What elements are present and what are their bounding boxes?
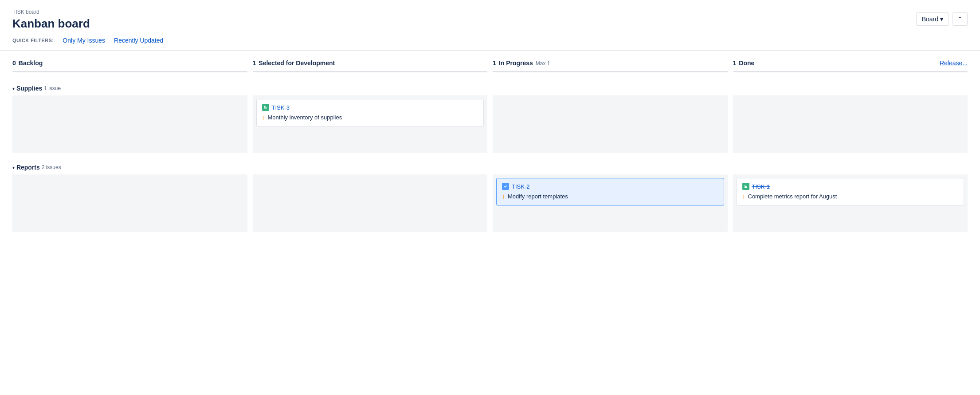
supplies-inprogress-cell xyxy=(493,95,733,153)
reports-backlog-area xyxy=(12,174,247,232)
selected-title: Selected for Development xyxy=(259,59,335,67)
priority-up-icon-2: ↑ xyxy=(502,193,505,200)
card-tisk-3-summary: Monthly inventory of supplies xyxy=(268,114,342,122)
supplies-backlog-cell xyxy=(12,95,253,153)
filter-only-my-issues[interactable]: Only My Issues xyxy=(63,37,105,44)
board-view-button[interactable]: Board ▾ xyxy=(916,12,949,26)
card-tisk-1-id[interactable]: TISK-1 xyxy=(752,183,770,190)
supplies-selected-area: TISK-3 ↑ Monthly inventory of supplies xyxy=(253,95,488,153)
filter-recently-updated[interactable]: Recently Updated xyxy=(114,37,163,44)
priority-up-icon-1: ↑ xyxy=(742,193,745,200)
swimlane-reports-count: 2 issues xyxy=(42,164,61,170)
in-progress-bar xyxy=(493,71,728,72)
board-subtitle: TISK board xyxy=(12,9,90,15)
card-tisk-2-id[interactable]: TISK-2 xyxy=(512,183,529,190)
column-headers: 0 Backlog 1 Selected for Development 1 I… xyxy=(0,52,980,69)
story-icon xyxy=(262,104,269,111)
column-header-in-progress: 1 In Progress Max 1 xyxy=(493,59,733,69)
reports-inprogress-cell: TISK-2 ↑ Modify report templates xyxy=(493,174,733,232)
release-link[interactable]: Release... xyxy=(940,59,968,67)
header-actions: Board ▾ ⌃ xyxy=(916,12,968,26)
done-title: Done xyxy=(739,59,754,67)
collapse-icon: ⌃ xyxy=(957,16,963,23)
selected-count: 1 xyxy=(253,59,256,67)
dropdown-icon: ▾ xyxy=(940,16,943,23)
collapse-button[interactable]: ⌃ xyxy=(953,12,968,26)
supplies-selected-cell: TISK-3 ↑ Monthly inventory of supplies xyxy=(253,95,493,153)
supplies-backlog-area xyxy=(12,95,247,153)
backlog-title: Backlog xyxy=(19,59,43,67)
reports-done-area: TISK-1 ↑ Complete metrics report for Aug… xyxy=(733,174,968,232)
backlog-count: 0 xyxy=(12,59,16,67)
in-progress-constraint: Max 1 xyxy=(536,60,550,67)
quick-filters-bar: QUICK FILTERS: Only My Issues Recently U… xyxy=(0,31,980,51)
reports-selected-area xyxy=(253,174,488,232)
reports-inprogress-area: TISK-2 ↑ Modify report templates xyxy=(493,174,728,232)
column-bars xyxy=(0,69,980,81)
supplies-inprogress-area xyxy=(493,95,728,153)
card-tisk-2-header: TISK-2 xyxy=(502,183,718,190)
swimlane-reports-name: Reports xyxy=(16,164,40,171)
reports-done-cell: TISK-1 ↑ Complete metrics report for Aug… xyxy=(733,174,968,232)
chevron-down-icon-reports: ▾ xyxy=(12,165,15,170)
task-icon xyxy=(502,183,509,190)
page-header: TISK board Kanban board Board ▾ ⌃ xyxy=(0,0,980,31)
story-icon-1 xyxy=(742,183,749,190)
reports-backlog-cell xyxy=(12,174,253,232)
header-left: TISK board Kanban board xyxy=(12,9,90,31)
supplies-done-cell xyxy=(733,95,968,153)
selected-bar xyxy=(253,71,488,72)
done-bar xyxy=(733,71,968,72)
in-progress-count: 1 xyxy=(493,59,496,67)
card-tisk-3[interactable]: TISK-3 ↑ Monthly inventory of supplies xyxy=(256,99,484,126)
priority-up-icon: ↑ xyxy=(262,114,265,121)
card-tisk-2[interactable]: TISK-2 ↑ Modify report templates xyxy=(496,178,724,205)
card-tisk-2-body: ↑ Modify report templates xyxy=(502,193,718,201)
column-header-done: 1 Done Release... xyxy=(733,59,968,69)
quick-filters-label: QUICK FILTERS: xyxy=(12,38,54,43)
card-tisk-1-body: ↑ Complete metrics report for August xyxy=(742,193,959,201)
swimlane-supplies-count: 1 issue xyxy=(44,85,61,91)
card-tisk-3-body: ↑ Monthly inventory of supplies xyxy=(262,114,478,122)
card-tisk-3-id[interactable]: TISK-3 xyxy=(272,104,290,111)
board-button-label: Board xyxy=(922,16,938,23)
card-tisk-1-header: TISK-1 xyxy=(742,183,959,190)
page-title: Kanban board xyxy=(12,17,90,31)
in-progress-title: In Progress xyxy=(499,59,533,67)
column-header-backlog: 0 Backlog xyxy=(12,59,253,69)
done-count: 1 xyxy=(733,59,737,67)
supplies-done-area xyxy=(733,95,968,153)
card-tisk-1[interactable]: TISK-1 ↑ Complete metrics report for Aug… xyxy=(737,178,964,205)
swimlane-supplies-row: TISK-3 ↑ Monthly inventory of supplies xyxy=(0,95,980,153)
swimlane-reports-row: TISK-2 ↑ Modify report templates TISK-1 xyxy=(0,174,980,232)
chevron-down-icon: ▾ xyxy=(12,86,15,91)
swimlane-header-supplies[interactable]: ▾ Supplies 1 issue xyxy=(0,81,980,95)
swimlane-header-reports[interactable]: ▾ Reports 2 issues xyxy=(0,160,980,174)
card-tisk-1-summary: Complete metrics report for August xyxy=(748,193,837,201)
column-header-selected: 1 Selected for Development xyxy=(253,59,493,69)
card-tisk-3-header: TISK-3 xyxy=(262,104,478,111)
backlog-bar xyxy=(12,71,247,72)
reports-selected-cell xyxy=(253,174,493,232)
card-tisk-2-summary: Modify report templates xyxy=(508,193,568,201)
swimlane-supplies-name: Supplies xyxy=(16,85,42,92)
